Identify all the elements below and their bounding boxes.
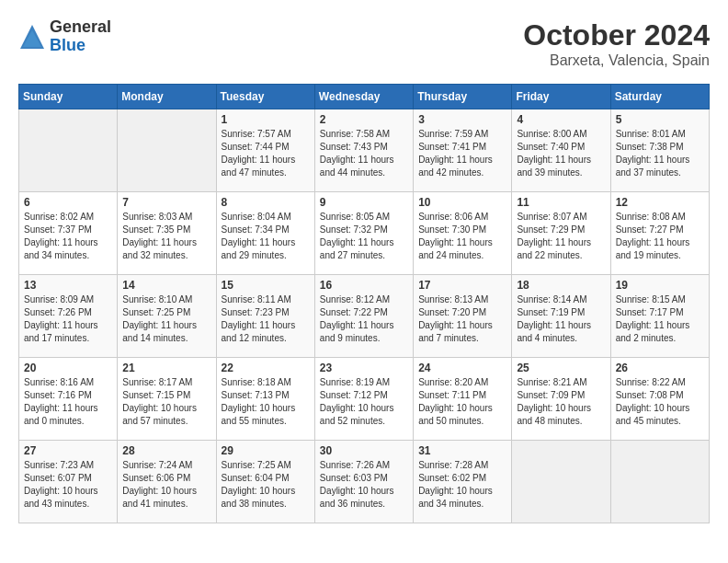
week-row-4: 20Sunrise: 8:16 AM Sunset: 7:16 PM Dayli… bbox=[19, 358, 710, 441]
day-number: 5 bbox=[616, 113, 704, 126]
day-info: Sunrise: 8:06 AM Sunset: 7:30 PM Dayligh… bbox=[418, 211, 506, 262]
calendar-cell: 14Sunrise: 8:10 AM Sunset: 7:25 PM Dayli… bbox=[118, 275, 216, 358]
calendar-body: 1Sunrise: 7:57 AM Sunset: 7:44 PM Daylig… bbox=[19, 109, 710, 523]
calendar-cell: 13Sunrise: 8:09 AM Sunset: 7:26 PM Dayli… bbox=[19, 275, 118, 358]
day-info: Sunrise: 8:15 AM Sunset: 7:17 PM Dayligh… bbox=[616, 293, 704, 345]
day-number: 3 bbox=[418, 113, 506, 126]
week-row-5: 27Sunrise: 7:23 AM Sunset: 6:07 PM Dayli… bbox=[19, 441, 710, 523]
calendar-cell: 11Sunrise: 8:07 AM Sunset: 7:29 PM Dayli… bbox=[512, 192, 610, 275]
day-info: Sunrise: 8:21 AM Sunset: 7:09 PM Dayligh… bbox=[517, 376, 605, 428]
day-info: Sunrise: 8:05 AM Sunset: 7:32 PM Dayligh… bbox=[320, 211, 408, 262]
calendar-cell: 23Sunrise: 8:19 AM Sunset: 7:12 PM Dayli… bbox=[314, 358, 413, 441]
logo-general-text: General bbox=[50, 18, 111, 37]
week-row-1: 1Sunrise: 7:57 AM Sunset: 7:44 PM Daylig… bbox=[19, 109, 710, 192]
day-number: 12 bbox=[616, 196, 704, 209]
calendar-cell: 29Sunrise: 7:25 AM Sunset: 6:04 PM Dayli… bbox=[216, 441, 314, 523]
calendar-cell bbox=[610, 441, 709, 523]
day-info: Sunrise: 8:02 AM Sunset: 7:37 PM Dayligh… bbox=[24, 211, 112, 262]
day-number: 23 bbox=[320, 362, 408, 374]
calendar-header: SundayMondayTuesdayWednesdayThursdayFrid… bbox=[19, 85, 710, 109]
day-info: Sunrise: 8:10 AM Sunset: 7:25 PM Dayligh… bbox=[122, 293, 210, 345]
calendar-cell: 9Sunrise: 8:05 AM Sunset: 7:32 PM Daylig… bbox=[314, 192, 413, 275]
day-info: Sunrise: 8:16 AM Sunset: 7:16 PM Dayligh… bbox=[24, 376, 112, 428]
calendar-cell: 15Sunrise: 8:11 AM Sunset: 7:23 PM Dayli… bbox=[216, 275, 314, 358]
logo-blue-text: Blue bbox=[50, 37, 111, 55]
calendar-cell: 21Sunrise: 8:17 AM Sunset: 7:15 PM Dayli… bbox=[118, 358, 216, 441]
day-info: Sunrise: 8:13 AM Sunset: 7:20 PM Dayligh… bbox=[418, 293, 506, 345]
week-row-3: 13Sunrise: 8:09 AM Sunset: 7:26 PM Dayli… bbox=[19, 275, 710, 358]
calendar-cell: 5Sunrise: 8:01 AM Sunset: 7:38 PM Daylig… bbox=[610, 109, 709, 192]
day-info: Sunrise: 7:59 AM Sunset: 7:41 PM Dayligh… bbox=[418, 128, 506, 179]
day-number: 13 bbox=[24, 279, 112, 292]
column-header-sunday: Sunday bbox=[19, 85, 118, 109]
day-info: Sunrise: 8:11 AM Sunset: 7:23 PM Dayligh… bbox=[222, 293, 310, 345]
calendar-cell: 22Sunrise: 8:18 AM Sunset: 7:13 PM Dayli… bbox=[216, 358, 314, 441]
day-number: 28 bbox=[122, 444, 210, 457]
calendar-cell: 19Sunrise: 8:15 AM Sunset: 7:17 PM Dayli… bbox=[610, 275, 709, 358]
header-row: SundayMondayTuesdayWednesdayThursdayFrid… bbox=[19, 85, 710, 109]
day-number: 16 bbox=[320, 279, 408, 292]
day-number: 1 bbox=[222, 113, 310, 126]
day-info: Sunrise: 7:25 AM Sunset: 6:04 PM Dayligh… bbox=[222, 459, 310, 511]
day-info: Sunrise: 7:58 AM Sunset: 7:43 PM Dayligh… bbox=[320, 128, 408, 179]
day-number: 11 bbox=[517, 196, 605, 209]
day-number: 30 bbox=[320, 444, 408, 457]
day-number: 10 bbox=[418, 196, 506, 209]
day-info: Sunrise: 8:07 AM Sunset: 7:29 PM Dayligh… bbox=[517, 211, 605, 262]
calendar-cell: 10Sunrise: 8:06 AM Sunset: 7:30 PM Dayli… bbox=[414, 192, 512, 275]
calendar-cell: 18Sunrise: 8:14 AM Sunset: 7:19 PM Dayli… bbox=[512, 275, 610, 358]
calendar-cell: 24Sunrise: 8:20 AM Sunset: 7:11 PM Dayli… bbox=[414, 358, 512, 441]
day-number: 6 bbox=[24, 196, 112, 209]
column-header-tuesday: Tuesday bbox=[216, 85, 314, 109]
day-number: 17 bbox=[418, 279, 506, 292]
day-info: Sunrise: 8:19 AM Sunset: 7:12 PM Dayligh… bbox=[320, 376, 408, 428]
day-info: Sunrise: 8:03 AM Sunset: 7:35 PM Dayligh… bbox=[122, 211, 210, 262]
day-number: 9 bbox=[320, 196, 408, 209]
calendar-cell: 8Sunrise: 8:04 AM Sunset: 7:34 PM Daylig… bbox=[216, 192, 314, 275]
day-number: 31 bbox=[418, 444, 506, 457]
location-text: Barxeta, Valencia, Spain bbox=[523, 52, 710, 69]
day-info: Sunrise: 8:12 AM Sunset: 7:22 PM Dayligh… bbox=[320, 293, 408, 345]
day-number: 2 bbox=[320, 113, 408, 126]
calendar-cell: 3Sunrise: 7:59 AM Sunset: 7:41 PM Daylig… bbox=[414, 109, 512, 192]
month-title: October 2024 bbox=[523, 18, 710, 52]
day-number: 15 bbox=[222, 279, 310, 292]
calendar-cell: 7Sunrise: 8:03 AM Sunset: 7:35 PM Daylig… bbox=[118, 192, 216, 275]
calendar-cell: 31Sunrise: 7:28 AM Sunset: 6:02 PM Dayli… bbox=[414, 441, 512, 523]
page-header: General Blue October 2024 Barxeta, Valen… bbox=[18, 18, 710, 69]
day-info: Sunrise: 7:28 AM Sunset: 6:02 PM Dayligh… bbox=[418, 459, 506, 511]
week-row-2: 6Sunrise: 8:02 AM Sunset: 7:37 PM Daylig… bbox=[19, 192, 710, 275]
calendar-cell: 28Sunrise: 7:24 AM Sunset: 6:06 PM Dayli… bbox=[118, 441, 216, 523]
logo: General Blue bbox=[18, 18, 111, 55]
day-number: 22 bbox=[222, 362, 310, 374]
day-number: 18 bbox=[517, 279, 605, 292]
calendar-table: SundayMondayTuesdayWednesdayThursdayFrid… bbox=[18, 84, 710, 523]
title-block: October 2024 Barxeta, Valencia, Spain bbox=[523, 18, 710, 69]
day-info: Sunrise: 7:26 AM Sunset: 6:03 PM Dayligh… bbox=[320, 459, 408, 511]
day-info: Sunrise: 8:00 AM Sunset: 7:40 PM Dayligh… bbox=[517, 128, 605, 179]
day-info: Sunrise: 8:17 AM Sunset: 7:15 PM Dayligh… bbox=[122, 376, 210, 428]
day-number: 19 bbox=[616, 279, 704, 292]
calendar-cell bbox=[118, 109, 216, 192]
calendar-cell: 16Sunrise: 8:12 AM Sunset: 7:22 PM Dayli… bbox=[314, 275, 413, 358]
day-info: Sunrise: 7:24 AM Sunset: 6:06 PM Dayligh… bbox=[122, 459, 210, 511]
day-info: Sunrise: 8:22 AM Sunset: 7:08 PM Dayligh… bbox=[616, 376, 704, 428]
day-info: Sunrise: 8:14 AM Sunset: 7:19 PM Dayligh… bbox=[517, 293, 605, 345]
calendar-cell: 27Sunrise: 7:23 AM Sunset: 6:07 PM Dayli… bbox=[19, 441, 118, 523]
calendar-cell: 30Sunrise: 7:26 AM Sunset: 6:03 PM Dayli… bbox=[314, 441, 413, 523]
day-number: 4 bbox=[517, 113, 605, 126]
day-number: 8 bbox=[222, 196, 310, 209]
column-header-wednesday: Wednesday bbox=[314, 85, 413, 109]
calendar-cell: 12Sunrise: 8:08 AM Sunset: 7:27 PM Dayli… bbox=[610, 192, 709, 275]
day-info: Sunrise: 8:18 AM Sunset: 7:13 PM Dayligh… bbox=[222, 376, 310, 428]
day-number: 26 bbox=[616, 362, 704, 374]
calendar-cell: 17Sunrise: 8:13 AM Sunset: 7:20 PM Dayli… bbox=[414, 275, 512, 358]
day-number: 25 bbox=[517, 362, 605, 374]
day-number: 21 bbox=[122, 362, 210, 374]
day-number: 24 bbox=[418, 362, 506, 374]
calendar-cell: 6Sunrise: 8:02 AM Sunset: 7:37 PM Daylig… bbox=[19, 192, 118, 275]
day-number: 29 bbox=[222, 444, 310, 457]
column-header-saturday: Saturday bbox=[610, 85, 709, 109]
calendar-cell bbox=[512, 441, 610, 523]
calendar-cell: 25Sunrise: 8:21 AM Sunset: 7:09 PM Dayli… bbox=[512, 358, 610, 441]
